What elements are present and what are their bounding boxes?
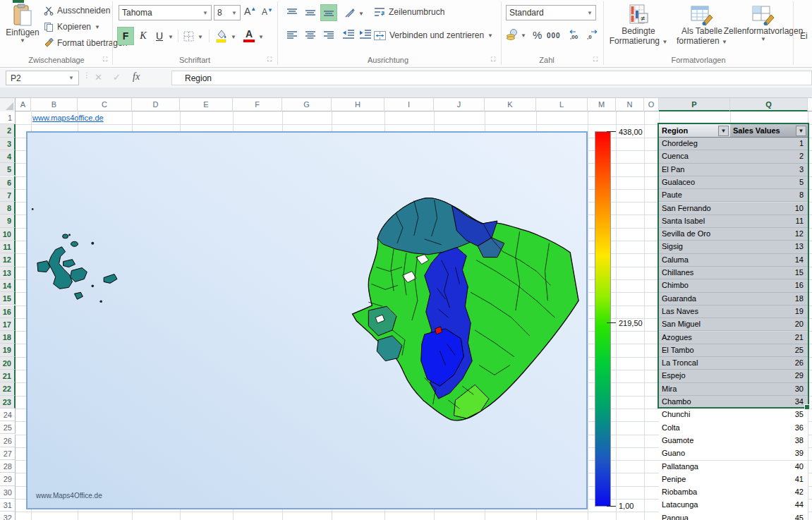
number-format-combo[interactable]: Standard▼ [506, 5, 596, 20]
table-cell-sales-value[interactable]: 14 [730, 254, 808, 267]
table-cell-region[interactable]: Sevilla de Oro [659, 228, 730, 241]
table-cell-region[interactable]: Chimbo [659, 279, 730, 292]
table-cell-region[interactable]: Chunchi [659, 409, 730, 421]
row-header-29[interactable]: 29 [0, 473, 16, 485]
column-header-A[interactable]: A [16, 98, 31, 111]
table-cell-region[interactable]: Pallatanga [659, 461, 730, 473]
increase-decimal-button[interactable]: ,00 [569, 30, 581, 40]
table-cell-region[interactable]: Las Naves [659, 306, 730, 318]
copy-button[interactable]: Kopieren ▼ [44, 22, 100, 32]
comma-style-button[interactable]: 000 [547, 32, 561, 40]
align-right-button[interactable] [320, 27, 337, 44]
column-header-P[interactable]: P [659, 98, 730, 111]
column-header-E[interactable]: E [180, 98, 233, 111]
row-header-5[interactable]: 5 [0, 163, 16, 176]
table-cell-region[interactable]: El Tambo [659, 344, 730, 357]
borders-button[interactable] [183, 31, 194, 42]
align-middle-button[interactable] [302, 4, 319, 21]
row-header-9[interactable]: 9 [0, 214, 16, 227]
align-left-button[interactable] [284, 27, 301, 44]
merge-dropdown-arrow[interactable]: ▼ [487, 32, 493, 39]
format-as-table-button[interactable]: Als Tabelle formatieren ▼ [672, 4, 732, 46]
table-cell-sales-value[interactable]: 26 [730, 357, 808, 370]
table-cell-sales-value[interactable]: 20 [730, 318, 808, 331]
table-cell-sales-value[interactable]: 38 [730, 435, 808, 447]
cut-button[interactable]: Ausschneiden [44, 6, 110, 16]
enter-button[interactable]: ✓ [113, 72, 121, 83]
table-header-region[interactable]: Region ▼ [659, 124, 730, 138]
insert-function-button[interactable]: fx [133, 71, 140, 83]
column-header-M[interactable]: M [588, 98, 616, 111]
table-cell-region[interactable]: Chordeleg [659, 138, 730, 150]
table-cell-region[interactable]: Guamote [659, 435, 730, 447]
align-bottom-button[interactable] [320, 4, 337, 21]
decrease-decimal-button[interactable]: ,0 [586, 30, 598, 40]
table-cell-sales-value[interactable]: 25 [730, 344, 808, 357]
column-header-Q[interactable]: Q [730, 98, 808, 111]
currency-dropdown-arrow[interactable]: ▼ [521, 32, 526, 39]
row-header-10[interactable]: 10 [0, 228, 16, 241]
table-cell-sales-value[interactable]: 36 [730, 422, 808, 435]
clipboard-dialog-launcher[interactable]: ⛶ [103, 56, 111, 64]
table-cell-region[interactable]: San Fernando [659, 202, 730, 215]
table-cell-sales-value[interactable]: 45 [730, 512, 808, 520]
row-header-4[interactable]: 4 [0, 150, 16, 163]
row-header-11[interactable]: 11 [0, 241, 16, 253]
table-cell-sales-value[interactable]: 10 [730, 202, 808, 215]
conditional-formatting-button[interactable]: ≠ Bedingte Formatierung ▼ [608, 4, 669, 46]
table-cell-sales-value[interactable]: 34 [730, 396, 808, 409]
table-cell-region[interactable]: Riobamba [659, 486, 730, 499]
cell-styles-dropdown-arrow[interactable]: ▼ [761, 36, 766, 42]
orientation-button[interactable] [344, 7, 356, 18]
map-chart[interactable]: www.Maps4Office.de [26, 131, 588, 509]
table-cell-region[interactable]: Guano [659, 447, 730, 460]
table-cell-region[interactable]: Guaranda [659, 293, 730, 306]
paste-dropdown-arrow[interactable]: ▼ [20, 37, 25, 44]
borders-dropdown-arrow[interactable]: ▼ [198, 34, 203, 40]
align-center-button[interactable] [302, 27, 319, 44]
table-cell-region[interactable]: Colta [659, 422, 730, 435]
table-header-sales[interactable]: Sales Values ▼ [730, 124, 808, 138]
sales-filter-button[interactable]: ▼ [796, 126, 806, 136]
row-header-21[interactable]: 21 [0, 370, 16, 382]
table-cell-sales-value[interactable]: 18 [730, 293, 808, 306]
row-header-14[interactable]: 14 [0, 279, 16, 292]
table-cell-region[interactable]: Penipe [659, 473, 730, 486]
fill-color-button[interactable] [215, 29, 228, 43]
table-cell-region[interactable]: Chambo [659, 396, 730, 409]
table-cell-region[interactable]: San Miguel [659, 318, 730, 331]
align-top-button[interactable] [284, 4, 301, 21]
row-header-17[interactable]: 17 [0, 318, 16, 331]
column-header-F[interactable]: F [233, 98, 282, 111]
cell-b1-hyperlink[interactable]: www.maps4office.de [32, 114, 104, 122]
row-header-20[interactable]: 20 [0, 357, 16, 370]
region-filter-button[interactable]: ▼ [718, 126, 729, 136]
row-header-30[interactable]: 30 [0, 486, 16, 499]
table-cell-sales-value[interactable]: 29 [730, 370, 808, 382]
column-header-G[interactable]: G [282, 98, 332, 111]
font-name-combo[interactable]: Tahoma▼ [119, 5, 212, 20]
table-cell-sales-value[interactable]: 5 [730, 176, 808, 189]
row-header-28[interactable]: 28 [0, 460, 16, 473]
row-header-2[interactable]: 2 [0, 124, 16, 137]
table-cell-region[interactable]: El Pan [659, 164, 730, 176]
row-header-24[interactable]: 24 [0, 409, 16, 421]
grow-font-button[interactable]: A▲ [244, 6, 256, 17]
row-header-22[interactable]: 22 [0, 382, 16, 395]
cancel-button[interactable]: ✕ [95, 72, 102, 83]
name-box[interactable]: P2 ▼ [6, 71, 79, 85]
format-painter-button[interactable]: Format übertragen [44, 38, 127, 48]
column-header-J[interactable]: J [434, 98, 485, 111]
select-all-corner[interactable] [0, 98, 16, 111]
currency-button[interactable] [506, 28, 519, 41]
font-size-combo[interactable]: 8▼ [214, 5, 241, 20]
table-cell-sales-value[interactable]: 40 [730, 461, 808, 473]
color-scale-bar[interactable] [595, 131, 611, 507]
table-cell-sales-value[interactable]: 3 [730, 164, 808, 176]
table-cell-region[interactable]: Chillanes [659, 267, 730, 279]
column-header-L[interactable]: L [536, 98, 588, 111]
column-header-I[interactable]: I [384, 98, 434, 111]
table-cell-sales-value[interactable]: 1 [730, 138, 808, 150]
table-cell-region[interactable]: Sigsig [659, 241, 730, 253]
row-header-8[interactable]: 8 [0, 202, 16, 214]
